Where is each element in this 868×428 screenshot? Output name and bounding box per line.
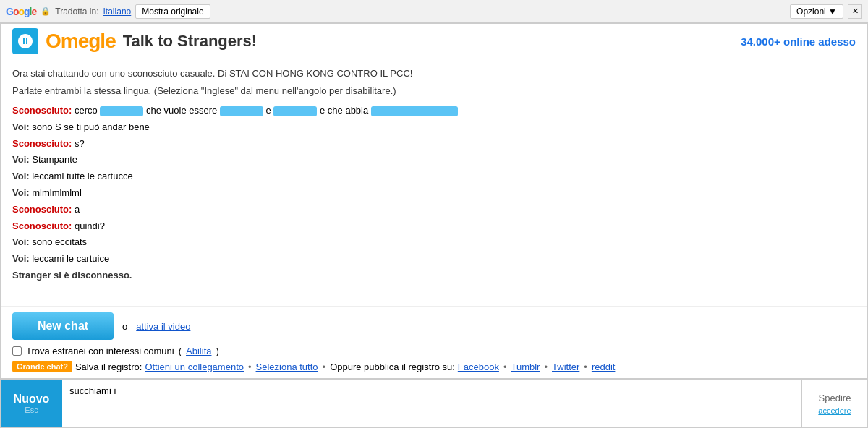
interests-row: Trova estranei con interessi comuni ( Ab…: [12, 346, 856, 356]
separator-5: •: [584, 361, 587, 372]
chat-text-8: quindi?: [75, 221, 105, 231]
interests-paren-close: ): [216, 346, 218, 356]
online-number: 34.000+: [741, 35, 780, 48]
get-link-link[interactable]: Ottieni un collegamento: [145, 361, 244, 372]
select-all-link[interactable]: Seleziona tutto: [256, 361, 318, 372]
stranger-label-1: Sconosciuto:: [12, 105, 72, 116]
chat-text-1c: e: [266, 105, 274, 116]
you-label-10: Voi:: [12, 253, 30, 264]
interests-paren-open: (: [179, 346, 182, 356]
language-link[interactable]: Italiano: [103, 7, 132, 17]
chat-line-7: Sconosciuto: a: [12, 202, 856, 218]
translate-label: Tradotta in:: [55, 7, 98, 17]
interests-checkbox[interactable]: [12, 346, 22, 356]
input-area: Nuovo Esc Spedire accedere: [1, 378, 867, 427]
main-wrapper: Omegle Talk to Strangers! 34.000+ online…: [0, 23, 868, 428]
interests-label: Trova estranei con interessi comuni: [26, 346, 174, 356]
logo-area: Omegle Talk to Strangers!: [12, 28, 257, 54]
tumblr-link[interactable]: Tumblr: [511, 361, 540, 372]
nuovo-label: Nuovo: [14, 393, 50, 406]
you-label-2: Voi:: [12, 121, 30, 132]
site-header: Omegle Talk to Strangers! 34.000+ online…: [1, 24, 867, 59]
separator-1: •: [248, 361, 252, 372]
grande-chat-badge[interactable]: Grande chat?: [12, 361, 72, 372]
lock-icon: 🔒: [41, 7, 51, 16]
stranger-label-7: Sconosciuto:: [12, 204, 72, 215]
chat-line-9: Voi: sono eccitats: [12, 235, 856, 250]
blurred-4: [371, 106, 458, 116]
blurred-2: [220, 106, 263, 116]
separator-3: •: [503, 361, 507, 372]
separator-2: •: [323, 361, 326, 372]
chat-line-4: Voi: Stampante: [12, 153, 856, 168]
chat-text-9: sono eccitats: [32, 236, 87, 247]
new-chat-row: New chat o attiva il video: [12, 312, 856, 340]
action-area: New chat o attiva il video Trova estrane…: [1, 306, 867, 378]
chat-line-6: Voi: mlmlmlmlml: [12, 186, 856, 201]
chat-text-5: leccami tutte le cartucce: [32, 171, 132, 181]
blurred-3: [273, 106, 317, 116]
chat-text-1b: che vuole essere: [146, 105, 220, 116]
you-label-6: Voi:: [12, 187, 30, 198]
chat-text-10: leccami le cartuice: [32, 253, 109, 264]
you-label-4: Voi:: [12, 154, 30, 165]
omegle-logo-text: Omegle: [46, 30, 116, 53]
chat-line-10: Voi: leccami le cartuice: [12, 252, 856, 267]
chat-text-7: a: [75, 204, 80, 215]
omegle-icon: [12, 28, 38, 54]
or-separator: o: [122, 321, 127, 332]
or-publish-label: Oppure pubblica il registro su:: [330, 361, 455, 372]
chat-line-2: Voi: sono S se ti può andar bene: [12, 120, 856, 135]
chat-text-1: cerco: [75, 105, 100, 116]
stranger-label-3: Sconosciuto:: [12, 138, 72, 149]
blurred-1: [100, 106, 143, 116]
chat-text-3: s?: [75, 138, 85, 149]
reddit-link[interactable]: reddit: [592, 361, 616, 372]
save-row: Grande chat? Salva il registro: Ottieni …: [12, 361, 856, 372]
online-text: online adesso: [783, 35, 856, 48]
disconnected-message: Stranger si è disconnesso.: [12, 270, 856, 281]
chat-text-2: sono S se ti può andar bene: [32, 121, 150, 132]
you-label-9: Voi:: [12, 236, 30, 247]
google-logo: Google: [6, 6, 36, 17]
site-tagline: Talk to Strangers!: [123, 32, 257, 51]
save-label: Salva il registro:: [75, 361, 142, 372]
chat-line-1: Sconosciuto: cerco che vuole essere e e …: [12, 103, 856, 119]
chat-text-4: Stampante: [32, 154, 77, 165]
spedire-label: Spedire: [819, 393, 851, 403]
message-input[interactable]: [62, 380, 802, 427]
separator-4: •: [544, 361, 548, 372]
nuovo-button[interactable]: Nuovo Esc: [1, 380, 62, 427]
ability-link[interactable]: Abilita: [186, 346, 211, 356]
chat-line-8: Sconosciuto: quindi?: [12, 219, 856, 234]
new-chat-button[interactable]: New chat: [12, 312, 114, 340]
stranger-label-8: Sconosciuto:: [12, 221, 72, 231]
browser-toolbar: Google 🔒 Tradotta in: Italiano Mostra or…: [0, 0, 868, 23]
esc-label: Esc: [25, 406, 38, 414]
system-message-1: Ora stai chattando con uno sconosciuto c…: [12, 67, 856, 81]
send-area[interactable]: Spedire accedere: [802, 380, 867, 427]
chat-line-5: Voi: leccami tutte le cartucce: [12, 169, 856, 184]
accedere-link[interactable]: accedere: [818, 406, 851, 415]
options-button[interactable]: Opzioni ▼: [790, 4, 843, 19]
online-count-area: 34.000+ online adesso: [741, 35, 856, 48]
chat-container: Ora stai chattando con uno sconosciuto c…: [1, 59, 867, 306]
chat-text-6: mlmlmlmlml: [32, 187, 82, 198]
facebook-link[interactable]: Facebook: [458, 361, 499, 372]
close-button[interactable]: ✕: [848, 4, 862, 19]
chat-line-3: Sconosciuto: s?: [12, 137, 856, 152]
activate-video-link[interactable]: attiva il video: [136, 321, 190, 332]
twitter-link[interactable]: Twitter: [552, 361, 579, 372]
you-label-5: Voi:: [12, 171, 30, 181]
chat-text-1d: e che abbia: [320, 105, 371, 116]
show-original-button[interactable]: Mostra originale: [135, 4, 210, 19]
system-message-2: Parlate entrambi la stessa lingua. (Sele…: [12, 84, 856, 98]
